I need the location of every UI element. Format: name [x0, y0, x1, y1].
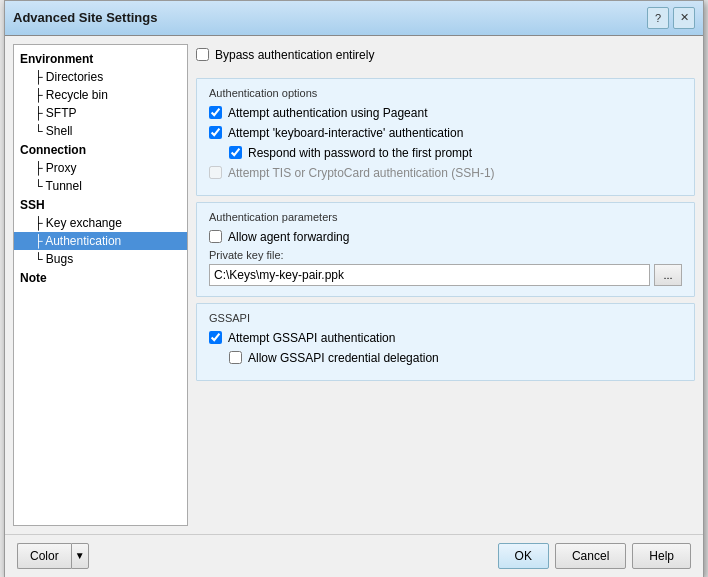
ok-button[interactable]: OK	[498, 543, 549, 569]
private-key-row: ...	[209, 264, 682, 286]
tree-recycle-bin[interactable]: ├ Recycle bin	[14, 86, 187, 104]
keyboard-checkbox[interactable]	[209, 126, 222, 139]
tree-ssh[interactable]: SSH	[14, 195, 187, 214]
tree-proxy[interactable]: ├ Proxy	[14, 159, 187, 177]
dialog-content: Environment ├ Directories ├ Recycle bin …	[5, 36, 703, 534]
respond-row: Respond with password to the first promp…	[229, 145, 682, 161]
agent-row: Allow agent forwarding	[209, 229, 682, 245]
gssapi-section: GSSAPI Attempt GSSAPI authentication All…	[196, 303, 695, 381]
pageant-label[interactable]: Attempt authentication using Pageant	[228, 106, 427, 120]
private-key-input[interactable]	[209, 264, 650, 286]
gssapi-row: Attempt GSSAPI authentication	[209, 330, 682, 346]
gssapi-label[interactable]: Attempt GSSAPI authentication	[228, 331, 395, 345]
footer-left: Color ▼	[17, 543, 89, 569]
bypass-row: Bypass authentication entirely	[196, 44, 695, 66]
title-bar: Advanced Site Settings ? ✕	[5, 1, 703, 36]
tree-environment[interactable]: Environment	[14, 49, 187, 68]
agent-label[interactable]: Allow agent forwarding	[228, 230, 349, 244]
tree-tunnel[interactable]: └ Tunnel	[14, 177, 187, 195]
pageant-row: Attempt authentication using Pageant	[209, 105, 682, 121]
gssapi-title: GSSAPI	[209, 312, 682, 324]
browse-button[interactable]: ...	[654, 264, 682, 286]
right-panel: Bypass authentication entirely Authentic…	[196, 44, 695, 526]
gssapi-delegation-checkbox[interactable]	[229, 351, 242, 364]
dialog-footer: Color ▼ OK Cancel Help	[5, 534, 703, 577]
tree-authentication[interactable]: ├ Authentication	[14, 232, 187, 250]
auth-options-section: Authentication options Attempt authentic…	[196, 78, 695, 196]
tree-note[interactable]: Note	[14, 268, 187, 287]
pageant-checkbox[interactable]	[209, 106, 222, 119]
private-key-label: Private key file:	[209, 249, 682, 261]
advanced-site-settings-dialog: Advanced Site Settings ? ✕ Environment ├…	[4, 0, 704, 577]
title-bar-buttons: ? ✕	[647, 7, 695, 29]
tree-connection[interactable]: Connection	[14, 140, 187, 159]
tree-bugs[interactable]: └ Bugs	[14, 250, 187, 268]
dialog-title: Advanced Site Settings	[13, 10, 157, 25]
keyboard-label[interactable]: Attempt 'keyboard-interactive' authentic…	[228, 126, 463, 140]
tree-directories[interactable]: ├ Directories	[14, 68, 187, 86]
auth-options-title: Authentication options	[209, 87, 682, 99]
dialog-body: Environment ├ Directories ├ Recycle bin …	[5, 36, 703, 577]
tis-row: Attempt TIS or CryptoCard authentication…	[209, 165, 682, 181]
help-button[interactable]: Help	[632, 543, 691, 569]
keyboard-row: Attempt 'keyboard-interactive' authentic…	[209, 125, 682, 141]
tree-shell[interactable]: └ Shell	[14, 122, 187, 140]
tree-sftp[interactable]: ├ SFTP	[14, 104, 187, 122]
agent-checkbox[interactable]	[209, 230, 222, 243]
tree-panel: Environment ├ Directories ├ Recycle bin …	[13, 44, 188, 526]
gssapi-delegation-label[interactable]: Allow GSSAPI credential delegation	[248, 351, 439, 365]
auth-params-section: Authentication parameters Allow agent fo…	[196, 202, 695, 297]
respond-label[interactable]: Respond with password to the first promp…	[248, 146, 472, 160]
bypass-checkbox[interactable]	[196, 48, 209, 61]
respond-checkbox[interactable]	[229, 146, 242, 159]
bypass-label[interactable]: Bypass authentication entirely	[215, 48, 374, 62]
close-title-button[interactable]: ✕	[673, 7, 695, 29]
gssapi-delegation-row: Allow GSSAPI credential delegation	[229, 350, 682, 366]
auth-params-title: Authentication parameters	[209, 211, 682, 223]
gssapi-checkbox[interactable]	[209, 331, 222, 344]
tis-label[interactable]: Attempt TIS or CryptoCard authentication…	[228, 166, 495, 180]
cancel-button[interactable]: Cancel	[555, 543, 626, 569]
color-dropdown-button[interactable]: ▼	[71, 543, 89, 569]
footer-right: OK Cancel Help	[498, 543, 691, 569]
tis-checkbox[interactable]	[209, 166, 222, 179]
color-button[interactable]: Color	[17, 543, 71, 569]
tree-key-exchange[interactable]: ├ Key exchange	[14, 214, 187, 232]
help-title-button[interactable]: ?	[647, 7, 669, 29]
